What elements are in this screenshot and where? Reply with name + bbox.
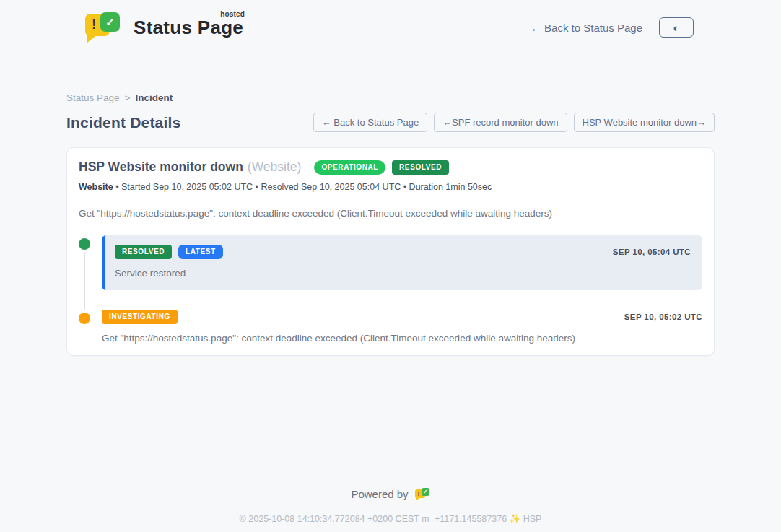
incident-status-badges: OPERATIONAL RESOLVED xyxy=(314,160,449,175)
incident-card: HSP Website monitor down (Website) OPERA… xyxy=(66,147,715,356)
timeline-message: Service restored xyxy=(115,268,691,279)
timeline-entry-body: RESOLVED LATEST SEP 10, 05:04 UTC Servic… xyxy=(102,235,702,290)
site-footer: Powered by ! ✓ © 2025-10-08 14:10:34.772… xyxy=(66,487,715,524)
operational-badge: OPERATIONAL xyxy=(314,160,385,175)
mini-logo-exclamation-glyph: ! xyxy=(418,490,420,497)
incident-description: Get "https://hostedstatus.page": context… xyxy=(79,208,702,219)
breadcrumb: Status Page>Incident xyxy=(66,92,715,103)
copyright-line: © 2025-10-08 14:10:34.772084 +0200 CEST … xyxy=(66,513,715,524)
brand-name: Status Page xyxy=(134,17,243,38)
incident-service-name: Website xyxy=(79,182,113,192)
timeline-entry-header: INVESTIGATING SEP 10, 05:02 UTC xyxy=(102,310,702,324)
mini-logo-checkmark-icon: ✓ xyxy=(422,488,429,496)
timeline-dot-green xyxy=(79,238,90,250)
incident-scope: (Website) xyxy=(248,160,302,175)
status-page-mini-logo-icon[interactable]: ! ✓ xyxy=(415,487,430,501)
incident-title-row: HSP Website monitor down (Website) OPERA… xyxy=(79,160,702,175)
half-circle-contrast-icon: ◐ xyxy=(673,22,679,33)
timeline-entry-resolved: RESOLVED LATEST SEP 10, 05:04 UTC Servic… xyxy=(102,235,702,290)
incident-nav-buttons: ← Back to Status Page ←SPF record monito… xyxy=(313,113,715,132)
page-head: Incident Details ← Back to Status Page ←… xyxy=(66,113,715,132)
brand-wordmark: Status Page hosted xyxy=(134,17,243,39)
site-header: ! ✓ Status Page hosted ← Back to Status … xyxy=(0,0,781,45)
page-title: Incident Details xyxy=(66,114,180,131)
timeline-entry-investigating: INVESTIGATING SEP 10, 05:02 UTC Get "htt… xyxy=(102,310,702,344)
resolved-badge: RESOLVED xyxy=(392,160,449,175)
latest-badge: LATEST xyxy=(178,245,223,259)
incident-timeline: RESOLVED LATEST SEP 10, 05:04 UTC Servic… xyxy=(79,235,702,344)
breadcrumb-separator: > xyxy=(125,92,131,103)
resolved-badge: RESOLVED xyxy=(115,245,172,259)
breadcrumb-root[interactable]: Status Page xyxy=(66,92,120,103)
timeline-entry-body: INVESTIGATING SEP 10, 05:02 UTC Get "htt… xyxy=(102,310,702,344)
incident-meta: Website • Started Sep 10, 2025 05:02 UTC… xyxy=(79,182,702,192)
timeline-message: Get "https://hostedstatus.page": context… xyxy=(102,333,702,344)
powered-by-label: Powered by xyxy=(351,488,408,500)
timeline-entry-header: RESOLVED LATEST SEP 10, 05:04 UTC xyxy=(115,245,691,259)
incident-meta-details: • Started Sep 10, 2025 05:02 UTC • Resol… xyxy=(115,182,492,192)
logo-checkmark-icon: ✓ xyxy=(100,12,120,32)
brand-logo[interactable]: ! ✓ Status Page hosted xyxy=(85,11,243,44)
powered-by: Powered by ! ✓ xyxy=(66,487,715,501)
timeline-timestamp: SEP 10, 05:02 UTC xyxy=(624,313,702,321)
header-back-to-status-page-link[interactable]: ← Back to Status Page xyxy=(531,22,642,34)
investigating-badge: INVESTIGATING xyxy=(102,310,178,324)
header-actions: ← Back to Status Page ◐ xyxy=(531,17,694,38)
main-content: Status Page>Incident Incident Details ← … xyxy=(66,92,715,524)
next-incident-button[interactable]: HSP Website monitor down→ xyxy=(574,113,715,132)
timeline-timestamp: SEP 10, 05:04 UTC xyxy=(613,248,691,256)
timeline-dot-orange xyxy=(79,313,90,324)
back-to-status-page-button[interactable]: ← Back to Status Page xyxy=(313,113,427,132)
previous-incident-button[interactable]: ←SPF record monitor down xyxy=(434,113,567,132)
breadcrumb-current: Incident xyxy=(135,92,173,103)
logo-exclamation-glyph: ! xyxy=(92,17,96,32)
brand-hosted-label: hosted xyxy=(220,10,245,18)
theme-toggle-button[interactable]: ◐ xyxy=(659,17,694,38)
incident-title: HSP Website monitor down xyxy=(79,160,243,175)
timeline-connector-line xyxy=(84,245,85,313)
status-page-logo-icon: ! ✓ xyxy=(85,11,123,44)
